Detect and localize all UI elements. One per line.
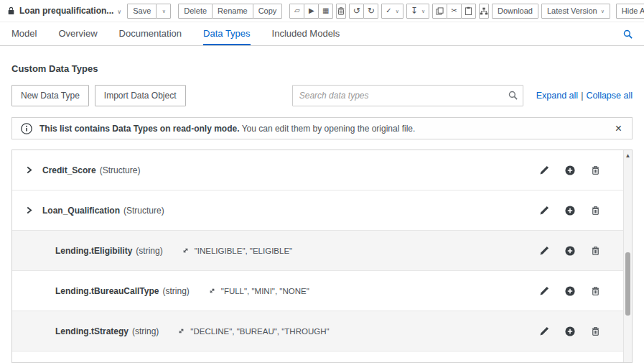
document-title[interactable]: Loan prequalification... (19, 6, 113, 16)
search-icon[interactable] (623, 29, 633, 39)
tab-included-models[interactable]: Included Models (272, 22, 340, 45)
data-type-row: Lending.tBureauCallType (string) "FULL",… (12, 271, 632, 311)
editor-tabs: Model Overview Documentation Data Types … (0, 22, 644, 46)
scroll-up-icon[interactable]: ▲ (624, 152, 632, 159)
data-types-page: Custom Data Types New Data Type Import D… (0, 63, 644, 363)
edit-actions-group: Delete Rename Copy (178, 4, 282, 19)
tab-documentation[interactable]: Documentation (119, 22, 182, 45)
row-actions (540, 326, 632, 336)
data-type-row: Lending.tStrategy (string) "DECLINE", "B… (12, 311, 632, 351)
trash-button[interactable] (336, 4, 346, 19)
validate-check-icon: ✓ (386, 7, 391, 14)
data-type-kind: (string) (162, 286, 189, 296)
data-type-name: Loan_Qualification (42, 206, 120, 216)
expand-collapse-links: Expand all|Collapse all (536, 91, 633, 101)
edit-icon[interactable] (540, 286, 549, 296)
save-split-button: Save ∨ (127, 4, 171, 19)
redo-button[interactable]: ↻ (363, 4, 378, 19)
data-type-kind: (Structure) (123, 206, 164, 216)
chevron-right-icon[interactable] (26, 206, 32, 214)
data-type-name: Lending.tEligibility (55, 246, 132, 256)
edit-icon[interactable] (540, 165, 549, 175)
tab-overview[interactable]: Overview (58, 22, 97, 45)
import-data-object-button[interactable]: Import Data Object (95, 85, 186, 106)
paste-icon (465, 6, 472, 15)
rename-button[interactable]: Rename (212, 4, 253, 19)
grid-button[interactable]: ▦ (318, 4, 333, 19)
chevron-down-icon: ∨ (162, 9, 166, 14)
data-type-row: Credit_Score (Structure) (12, 150, 632, 190)
delete-icon[interactable] (591, 326, 600, 336)
eraser-button[interactable]: ▱ (289, 4, 304, 19)
alert-text-normal: You can edit them by opening the origina… (242, 124, 416, 134)
alert-text: This list contains Data Types on read-on… (39, 124, 415, 134)
save-dropdown-button[interactable]: ∨ (156, 4, 171, 19)
constraint-icon (177, 327, 185, 335)
data-type-row: Loan_Qualification (Structure) (12, 190, 632, 231)
play-button[interactable]: ▶ (304, 4, 319, 19)
row-actions (540, 246, 632, 256)
tab-model[interactable]: Model (11, 22, 37, 45)
copy-button[interactable]: Copy (253, 4, 283, 19)
cut-button[interactable]: ✂ (447, 4, 462, 19)
add-field-icon[interactable] (565, 165, 575, 175)
validate-button[interactable]: ✓∨ (381, 4, 403, 19)
search-data-types (292, 85, 523, 106)
add-field-icon[interactable] (565, 206, 575, 216)
delete-icon[interactable] (591, 286, 600, 296)
chevron-down-icon: ∨ (396, 9, 399, 14)
chevron-right-icon[interactable] (26, 166, 32, 174)
search-data-types-input[interactable] (292, 85, 523, 106)
chevron-down-icon[interactable]: ∨ (117, 9, 121, 15)
new-data-type-button[interactable]: New Data Type (11, 85, 89, 106)
undo-button[interactable]: ↺ (349, 4, 364, 19)
delete-icon[interactable] (591, 246, 600, 256)
export-button[interactable]: ↧∨ (406, 4, 429, 19)
tab-data-types[interactable]: Data Types (203, 22, 251, 45)
data-type-row (12, 351, 632, 363)
version-dropdown[interactable]: Latest Version ∨ (541, 4, 610, 19)
edit-icon[interactable] (540, 326, 549, 336)
scrollbar[interactable]: ▲ (623, 150, 632, 362)
add-field-icon[interactable] (565, 326, 575, 336)
download-button[interactable]: Download (492, 4, 538, 19)
chevron-down-icon: ∨ (601, 9, 605, 14)
trash-icon (337, 6, 345, 15)
eraser-icon: ▱ (294, 7, 300, 14)
copy-item-button[interactable] (432, 4, 447, 19)
collapse-all-link[interactable]: Collapse all (586, 91, 633, 101)
add-field-icon[interactable] (565, 286, 575, 296)
save-button[interactable]: Save (127, 4, 157, 19)
constraint-icon (208, 287, 216, 295)
delete-icon[interactable] (591, 165, 600, 175)
data-type-kind: (string) (136, 246, 162, 256)
clipboard-group: ✂ (432, 4, 476, 19)
search-icon[interactable] (508, 91, 518, 100)
data-type-constraint-values: "FULL", "MINI", "NONE" (221, 287, 309, 295)
edit-icon[interactable] (540, 246, 549, 256)
version-label: Latest Version (547, 6, 597, 15)
paste-button[interactable] (461, 4, 476, 19)
add-field-icon[interactable] (565, 246, 575, 256)
list-controls: New Data Type Import Data Object Expand … (11, 85, 633, 106)
data-type-name: Lending.tStrategy (55, 326, 129, 336)
redo-icon: ↻ (368, 6, 375, 15)
data-type-constraint-values: "INELIGIBLE", "ELIGIBLE" (195, 247, 293, 255)
data-type-kind: (string) (132, 326, 159, 336)
titlebar: Loan prequalification... ∨ Save ∨ Delete… (0, 0, 644, 22)
delete-button[interactable]: Delete (178, 4, 213, 19)
tree-icon (480, 7, 488, 15)
data-type-row: Lending.tEligibility (string) "INELIGIBL… (12, 231, 632, 271)
tree-view-button[interactable] (479, 4, 489, 19)
canvas-tools-group: ▱ ▶ ▦ (289, 4, 333, 19)
edit-icon[interactable] (540, 206, 549, 216)
expand-all-link[interactable]: Expand all (536, 91, 578, 101)
info-icon (21, 123, 32, 134)
delete-icon[interactable] (591, 206, 600, 216)
data-type-name: Lending.tBureauCallType (55, 286, 159, 296)
hide-alerts-button[interactable]: Hide Alerts (616, 4, 644, 19)
lock-icon (7, 6, 15, 15)
scrollbar-thumb[interactable] (625, 252, 630, 316)
close-icon[interactable]: × (614, 123, 623, 134)
scissors-icon: ✂ (451, 7, 457, 14)
